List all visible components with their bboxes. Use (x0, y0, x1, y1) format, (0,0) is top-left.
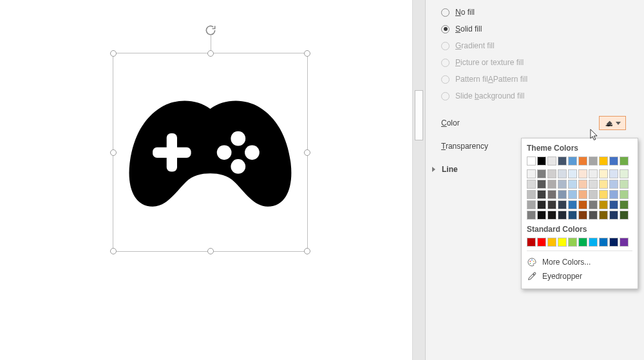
resize-handle-left[interactable] (110, 149, 117, 156)
scrollbar-thumb[interactable] (415, 90, 423, 140)
color-swatch[interactable] (527, 190, 536, 199)
color-swatch[interactable] (547, 169, 556, 178)
eyedropper-icon (527, 271, 537, 281)
color-swatch[interactable] (609, 156, 618, 166)
resize-handle-top-left[interactable] (110, 50, 117, 57)
color-swatch[interactable] (609, 200, 618, 209)
more-colors-item[interactable]: More Colors... (527, 255, 632, 269)
color-swatch[interactable] (589, 238, 598, 247)
color-swatch[interactable] (527, 200, 536, 209)
color-picker-popup[interactable]: Theme Colors Standard Colors More Colors… (521, 138, 638, 289)
color-swatch[interactable] (589, 190, 598, 199)
fill-color-label: Color (441, 118, 599, 128)
radio-icon (441, 25, 450, 33)
color-swatch[interactable] (537, 200, 546, 209)
color-swatch[interactable] (599, 169, 608, 178)
fill-option-no-fill[interactable]: No fill (441, 4, 626, 21)
color-swatch[interactable] (599, 200, 608, 209)
color-swatch[interactable] (558, 156, 567, 166)
color-swatch[interactable] (620, 156, 629, 166)
color-swatch[interactable] (547, 156, 556, 166)
color-swatch[interactable] (547, 190, 556, 199)
color-swatch[interactable] (589, 211, 598, 220)
svg-rect-1 (153, 147, 191, 157)
color-swatch[interactable] (578, 211, 587, 220)
color-swatch[interactable] (527, 156, 536, 166)
color-swatch[interactable] (537, 211, 546, 220)
fill-option-pattern-fill: Pattern filAPattern fill (441, 71, 626, 88)
color-swatch[interactable] (558, 211, 567, 220)
color-swatch[interactable] (589, 200, 598, 209)
color-swatch[interactable] (599, 238, 608, 247)
color-swatch[interactable] (599, 211, 608, 220)
slide-canvas[interactable] (0, 0, 412, 360)
color-swatch[interactable] (537, 169, 546, 178)
resize-handle-bottom[interactable] (207, 248, 214, 254)
color-swatch[interactable] (547, 180, 556, 189)
color-swatch[interactable] (547, 200, 556, 209)
color-swatch[interactable] (609, 169, 618, 178)
svg-point-9 (533, 261, 535, 262)
fill-option-solid-fill[interactable]: Solid fill (441, 21, 626, 37)
color-swatch[interactable] (578, 180, 587, 189)
color-swatch[interactable] (620, 169, 629, 178)
color-swatch[interactable] (620, 200, 629, 209)
color-swatch[interactable] (609, 211, 618, 220)
color-swatch[interactable] (558, 180, 567, 189)
color-swatch[interactable] (568, 211, 577, 220)
selection-box[interactable] (113, 53, 308, 252)
color-swatch[interactable] (527, 211, 536, 220)
color-swatch[interactable] (589, 156, 598, 166)
color-swatch[interactable] (578, 200, 587, 209)
color-swatch[interactable] (578, 190, 587, 199)
color-swatch[interactable] (620, 238, 629, 247)
color-swatch[interactable] (578, 156, 587, 166)
color-swatch[interactable] (568, 169, 577, 178)
eyedropper-item[interactable]: Eyedropper (527, 269, 632, 283)
color-swatch[interactable] (609, 238, 618, 247)
game-controller-icon[interactable] (123, 73, 298, 232)
color-swatch[interactable] (568, 238, 577, 247)
color-swatch[interactable] (547, 211, 556, 220)
color-swatch[interactable] (620, 190, 629, 199)
color-swatch[interactable] (547, 238, 556, 247)
resize-handle-right[interactable] (304, 149, 310, 156)
color-swatch[interactable] (578, 169, 587, 178)
color-swatch[interactable] (620, 180, 629, 189)
color-swatch[interactable] (609, 180, 618, 189)
color-swatch[interactable] (568, 180, 577, 189)
pane-scrollbar[interactable] (413, 0, 426, 360)
color-swatch[interactable] (578, 238, 587, 247)
color-swatch[interactable] (537, 180, 546, 189)
radio-label: No fill (455, 8, 475, 17)
color-swatch[interactable] (609, 190, 618, 199)
color-swatch[interactable] (527, 169, 536, 178)
resize-handle-bottom-right[interactable] (304, 248, 310, 254)
color-swatch[interactable] (558, 200, 567, 209)
color-swatch[interactable] (620, 211, 629, 220)
color-swatch[interactable] (599, 180, 608, 189)
radio-label: Pattern filAPattern fill (455, 75, 527, 84)
color-swatch[interactable] (537, 238, 546, 247)
color-swatch[interactable] (589, 180, 598, 189)
color-swatch[interactable] (568, 200, 577, 209)
color-swatch[interactable] (589, 169, 598, 178)
resize-handle-bottom-left[interactable] (110, 248, 117, 254)
resize-handle-top[interactable] (207, 50, 214, 57)
radio-icon (441, 8, 450, 17)
fill-color-button[interactable] (599, 116, 626, 130)
color-swatch[interactable] (527, 238, 536, 247)
rotate-handle-icon[interactable] (204, 24, 217, 37)
color-swatch[interactable] (537, 190, 546, 199)
color-swatch[interactable] (558, 190, 567, 199)
color-swatch[interactable] (568, 190, 577, 199)
color-swatch[interactable] (599, 156, 608, 166)
color-swatch[interactable] (558, 238, 567, 247)
color-swatch[interactable] (599, 190, 608, 199)
color-swatch[interactable] (537, 156, 546, 166)
svg-point-3 (231, 159, 245, 174)
color-swatch[interactable] (568, 156, 577, 166)
color-swatch[interactable] (527, 180, 536, 189)
color-swatch[interactable] (558, 169, 567, 178)
resize-handle-top-right[interactable] (304, 50, 310, 57)
